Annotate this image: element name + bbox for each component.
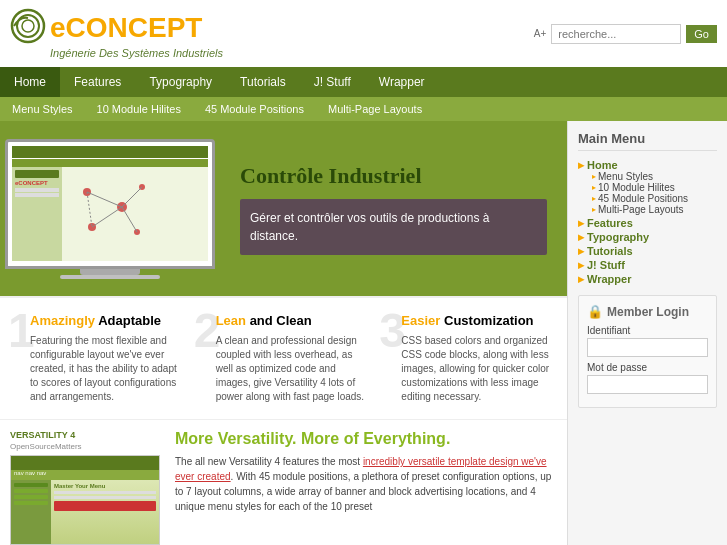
nav-item-home[interactable]: Home bbox=[0, 67, 60, 97]
main-nav: Home Features Typography Tutorials J! St… bbox=[0, 67, 727, 97]
svg-line-8 bbox=[87, 192, 122, 207]
master-label: Master Your Menu bbox=[54, 483, 156, 489]
content-area: eCONCEPT bbox=[0, 121, 567, 545]
feature-3-title: Easier Customization bbox=[381, 313, 557, 328]
feature-3: 3 Easier Customization CSS based colors … bbox=[381, 313, 557, 404]
svg-line-9 bbox=[122, 187, 142, 207]
subnav-module-hilites[interactable]: 10 Module Hilites bbox=[85, 97, 193, 121]
svg-line-12 bbox=[87, 192, 92, 227]
bottom-section: VERSATILITY 4 OpenSourceMatters nav nav … bbox=[0, 419, 567, 545]
nav-item-features[interactable]: Features bbox=[60, 67, 135, 97]
sidebar-item-wrapper: Wrapper bbox=[578, 273, 717, 285]
feature-1-title: Amazingly Adaptable bbox=[10, 313, 186, 328]
hero-title: Contrôle Industriel bbox=[240, 163, 547, 189]
sidebar-subitem-module-hilites: 10 Module Hilites bbox=[592, 182, 717, 193]
main-area: eCONCEPT bbox=[0, 121, 727, 545]
nav-item-tutorials[interactable]: Tutorials bbox=[226, 67, 300, 97]
laptop-illustration: eCONCEPT bbox=[0, 129, 220, 289]
sidebar-link-jstuff[interactable]: J! Stuff bbox=[578, 259, 717, 271]
password-input[interactable] bbox=[587, 375, 708, 394]
sidebar-item-tutorials: Tutorials bbox=[578, 245, 717, 257]
tagline: Ingénerie Des Systèmes Industriels bbox=[50, 47, 223, 59]
bottom-thumbnail: nav nav nav Master Your Menu bbox=[10, 455, 160, 545]
password-label: Mot de passe bbox=[587, 362, 708, 373]
header-right: A+ Go bbox=[534, 24, 717, 44]
more-title: More Versatility. More of Everything. bbox=[175, 430, 557, 448]
sidebar-submenu-home: Menu Styles 10 Module Hilites 45 Module … bbox=[592, 171, 717, 215]
sidebar: Main Menu Home Menu Styles 10 Module Hil… bbox=[567, 121, 727, 545]
svg-point-2 bbox=[22, 20, 34, 32]
nav-item-typography[interactable]: Typography bbox=[135, 67, 226, 97]
diagram-svg bbox=[62, 167, 208, 261]
identifiant-label: Identifiant bbox=[587, 325, 708, 336]
hero-subtitle: Gérer et contrôler vos outils de product… bbox=[240, 199, 547, 255]
header: eCONCEPT Ingénerie Des Systèmes Industri… bbox=[0, 0, 727, 67]
osm-label: OpenSourceMatters bbox=[10, 442, 165, 451]
identifiant-input[interactable] bbox=[587, 338, 708, 357]
versatility-label: VERSATILITY 4 bbox=[10, 430, 165, 440]
sidebar-item-features: Features bbox=[578, 217, 717, 229]
thumb-inner: nav nav nav Master Your Menu bbox=[11, 456, 159, 544]
sidebar-subitem-multipage: Multi-Page Layouts bbox=[592, 204, 717, 215]
sidebar-link-home[interactable]: Home bbox=[578, 159, 717, 171]
feature-1-body: Featuring the most flexible and configur… bbox=[10, 334, 186, 404]
sidebar-item-jstuff: J! Stuff bbox=[578, 259, 717, 271]
member-login-title: 🔒 Member Login bbox=[587, 304, 708, 319]
subnav-multipage[interactable]: Multi-Page Layouts bbox=[316, 97, 434, 121]
feature-2-title: Lean and Clean bbox=[196, 313, 372, 328]
subnav-module-positions[interactable]: 45 Module Positions bbox=[193, 97, 316, 121]
search-go-button[interactable]: Go bbox=[686, 25, 717, 43]
sidebar-item-typography: Typography bbox=[578, 231, 717, 243]
sidebar-menu: Home Menu Styles 10 Module Hilites 45 Mo… bbox=[578, 159, 717, 285]
bottom-left: VERSATILITY 4 OpenSourceMatters nav nav … bbox=[10, 430, 165, 545]
member-login-section: 🔒 Member Login Identifiant Mot de passe bbox=[578, 295, 717, 408]
feature-1: 1 Amazingly Adaptable Featuring the most… bbox=[10, 313, 186, 404]
feature-2: 2 Lean and Clean A clean and professiona… bbox=[196, 313, 372, 404]
sidebar-link-tutorials[interactable]: Tutorials bbox=[578, 245, 717, 257]
feature-2-body: A clean and professional design coupled … bbox=[196, 334, 372, 404]
sidebar-item-home: Home Menu Styles 10 Module Hilites 45 Mo… bbox=[578, 159, 717, 215]
lock-icon: 🔒 bbox=[587, 304, 603, 319]
logo-area: eCONCEPT Ingénerie Des Systèmes Industri… bbox=[10, 8, 223, 59]
nav-item-jstuff[interactable]: J! Stuff bbox=[300, 67, 365, 97]
sidebar-link-features[interactable]: Features bbox=[578, 217, 717, 229]
svg-line-10 bbox=[92, 207, 122, 227]
logo-icon bbox=[10, 8, 46, 47]
bottom-right: More Versatility. More of Everything. Th… bbox=[175, 430, 557, 545]
nav-item-wrapper[interactable]: Wrapper bbox=[365, 67, 439, 97]
sidebar-subitem-menu-styles: Menu Styles bbox=[592, 171, 717, 182]
sidebar-link-wrapper[interactable]: Wrapper bbox=[578, 273, 717, 285]
search-input[interactable] bbox=[551, 24, 681, 44]
sidebar-subitem-module-positions: 45 Module Positions bbox=[592, 193, 717, 204]
sub-nav: Menu Styles 10 Module Hilites 45 Module … bbox=[0, 97, 727, 121]
feature-3-body: CSS based colors and organized CSS code … bbox=[381, 334, 557, 404]
subnav-menu-styles[interactable]: Menu Styles bbox=[0, 97, 85, 121]
hero-section: eCONCEPT bbox=[0, 121, 567, 296]
hero-text: Contrôle Industriel Gérer et contrôler v… bbox=[220, 143, 567, 275]
features-row: 1 Amazingly Adaptable Featuring the most… bbox=[0, 296, 567, 419]
svg-line-11 bbox=[122, 207, 137, 232]
sidebar-link-typography[interactable]: Typography bbox=[578, 231, 717, 243]
main-menu-title: Main Menu bbox=[578, 131, 717, 151]
more-body: The all new Versatility 4 features the m… bbox=[175, 454, 557, 514]
logo-text: eCONCEPT bbox=[50, 12, 202, 44]
font-size-ctrl[interactable]: A+ bbox=[534, 28, 547, 39]
